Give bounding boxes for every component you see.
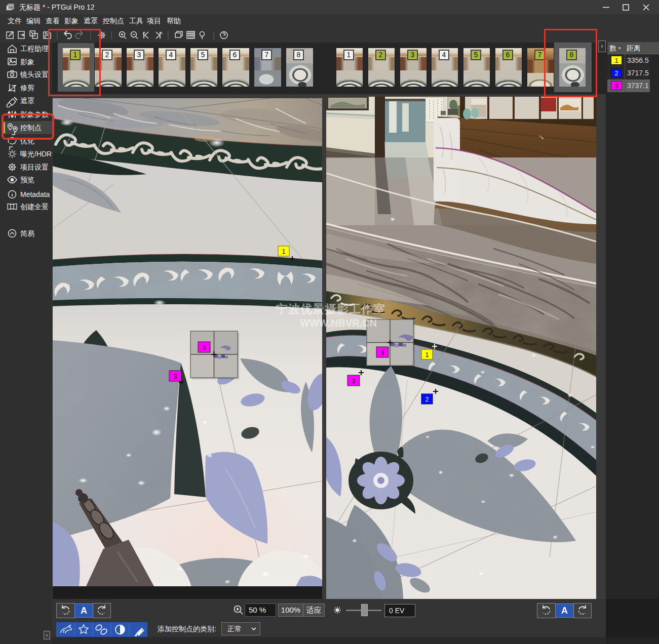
svg-text:3: 3 — [352, 377, 355, 385]
svg-text:3: 3 — [202, 344, 206, 351]
svg-text:1: 1 — [282, 248, 285, 255]
svg-text:3: 3 — [173, 373, 177, 380]
svg-text:1: 1 — [425, 351, 429, 358]
svg-text:3: 3 — [380, 349, 384, 356]
svg-text:2: 2 — [425, 395, 429, 403]
